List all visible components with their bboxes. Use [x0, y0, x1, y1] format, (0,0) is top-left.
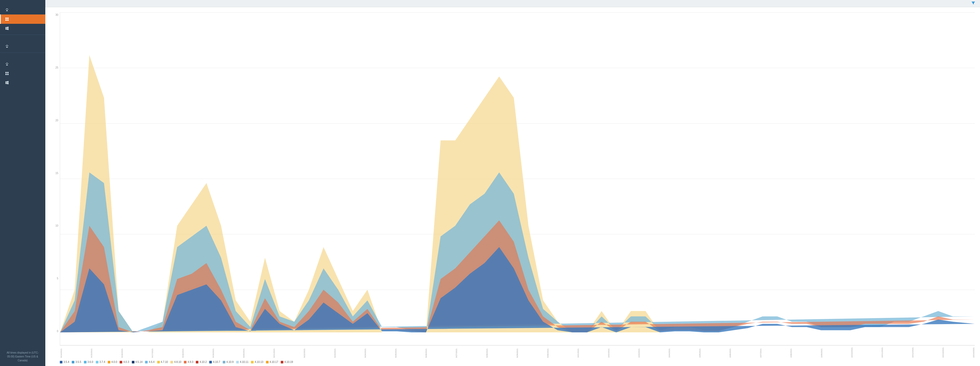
legend-label-4.10.11: 4.10.11	[240, 361, 248, 363]
x-label-26: 10/10/2021	[851, 346, 853, 358]
sidebar-item-all-users[interactable]	[0, 42, 45, 51]
legend-item-4.10.17: 4.10.17	[266, 361, 278, 363]
chart-legend: 3.5.43.5.53.6.03.7.44.0.04.0.34.5.144.6.…	[51, 361, 975, 363]
x-label-24: 10/8/2021	[790, 346, 792, 358]
legend-swatch-4.10.13	[251, 361, 253, 363]
legend-label-3.7.4: 3.7.4	[99, 361, 105, 363]
legend-label-4.0.3: 4.0.3	[123, 361, 129, 363]
area-chart	[60, 13, 975, 333]
sidebar-item-sessions-by-os[interactable]	[0, 24, 45, 33]
legend-item-4.10.19: 4.10.19	[281, 361, 293, 363]
svg-rect-2	[5, 19, 7, 21]
x-label-8: 9/22/2021	[303, 346, 305, 358]
legend-label-4.10.2: 4.10.2	[199, 361, 207, 363]
legend-swatch-4.10.17	[266, 361, 269, 363]
sidebar: All times displayed in (UTC-05:00) Easte…	[0, 0, 45, 366]
legend-item-4.10.13: 4.10.13	[251, 361, 263, 363]
main-header	[45, 0, 980, 7]
grid-icon	[5, 17, 9, 21]
grid-icon-computers	[5, 71, 9, 76]
legend-label-3.5.4: 3.5.4	[64, 361, 69, 363]
x-label-20: 10/4/2021	[668, 346, 670, 358]
legend-swatch-3.5.5	[72, 361, 74, 363]
legend-label-4.10.9: 4.10.9	[226, 361, 234, 363]
legend-label-4.6.4: 4.6.4	[149, 361, 154, 363]
legend-item-4.5.14: 4.5.14	[132, 361, 143, 363]
legend-item-4.10.2: 4.10.2	[196, 361, 207, 363]
sidebar-item-all-computers[interactable]	[0, 60, 45, 69]
y-label-30: 30	[51, 13, 60, 16]
legend-swatch-3.5.4	[60, 361, 62, 363]
svg-rect-7	[7, 74, 8, 75]
legend-label-4.10.17: 4.10.17	[270, 361, 278, 363]
y-label-10: 10	[51, 224, 60, 227]
legend-swatch-4.10.9	[223, 361, 225, 363]
svg-rect-0	[5, 17, 7, 19]
legend-label-3.6.0: 3.6.0	[88, 361, 93, 363]
x-label-0: 9/14/2021	[60, 346, 62, 358]
legend-label-4.10.7: 4.10.7	[213, 361, 220, 363]
x-label-10: 9/24/2021	[364, 346, 366, 358]
legend-swatch-3.6.0	[84, 361, 86, 363]
sidebar-item-all-sessions[interactable]	[0, 5, 45, 14]
computers-section-label	[0, 54, 45, 60]
x-label-27: 10/11/2021	[881, 346, 883, 358]
x-label-12: 9/26/2021	[425, 346, 427, 358]
x-label-19: 10/3/2021	[638, 346, 640, 358]
legend-label-4.10.19: 4.10.19	[284, 361, 293, 363]
svg-rect-3	[7, 19, 8, 21]
legend-item-3.5.5: 3.5.5	[72, 361, 81, 363]
legend-label-4.8.10: 4.8.10	[174, 361, 181, 363]
legend-label-4.9.3: 4.9.3	[188, 361, 193, 363]
legend-swatch-4.5.14	[132, 361, 134, 363]
svg-rect-6	[5, 74, 7, 75]
legend-item-3.7.4: 3.7.4	[96, 361, 105, 363]
sidebar-item-computers-by-os[interactable]	[0, 78, 45, 87]
home-icon-computers	[5, 62, 9, 66]
x-label-6: 9/20/2021	[243, 346, 245, 358]
x-label-14: 9/28/2021	[486, 346, 488, 358]
legend-item-4.8.10: 4.8.10	[170, 361, 181, 363]
x-label-18: 10/2/2021	[608, 346, 610, 358]
sidebar-item-computers-by-version[interactable]	[0, 69, 45, 78]
x-axis-labels: 9/14/20219/15/20219/16/20219/17/20219/18…	[60, 346, 975, 358]
main-content: 0 5 10 15 20 25 30	[45, 0, 980, 366]
sessions-section-label	[0, 0, 45, 5]
home-icon-users	[5, 44, 9, 48]
legend-item-4.9.3: 4.9.3	[184, 361, 193, 363]
legend-item-4.10.9: 4.10.9	[223, 361, 234, 363]
chart-container: 0 5 10 15 20 25 30	[45, 7, 980, 366]
x-label-3: 9/17/2021	[151, 346, 154, 358]
legend-item-3.5.4: 3.5.4	[60, 361, 69, 363]
legend-item-4.0.3: 4.0.3	[120, 361, 129, 363]
x-label-16: 9/30/2021	[547, 346, 549, 358]
x-label-4: 9/18/2021	[182, 346, 184, 358]
chart-area: 0 5 10 15 20 25 30	[51, 13, 975, 345]
windows-icon	[5, 26, 9, 30]
x-label-21: 10/5/2021	[699, 346, 701, 358]
x-label-30: 10/14/2021	[972, 346, 975, 358]
legend-swatch-4.9.3	[184, 361, 186, 363]
users-section-label	[0, 36, 45, 42]
y-label-15: 15	[51, 172, 60, 174]
x-label-22: 10/6/2021	[729, 346, 731, 358]
legend-swatch-4.7.10	[157, 361, 160, 363]
legend-swatch-4.10.2	[196, 361, 198, 363]
sidebar-item-sessions-by-version[interactable]	[0, 14, 45, 24]
filter-icon[interactable]	[971, 1, 975, 6]
x-label-29: 10/13/2021	[942, 346, 944, 358]
windows-icon-computers	[5, 81, 9, 85]
x-label-25: 10/9/2021	[821, 346, 823, 358]
legend-label-4.10.13: 4.10.13	[255, 361, 263, 363]
x-label-28: 10/12/2021	[912, 346, 914, 358]
legend-swatch-4.10.7	[209, 361, 212, 363]
legend-label-4.7.10: 4.7.10	[161, 361, 168, 363]
svg-rect-1	[7, 17, 8, 19]
x-label-5: 9/19/2021	[212, 346, 215, 358]
x-label-9: 9/23/2021	[334, 346, 336, 358]
legend-label-4.5.14: 4.5.14	[135, 361, 143, 363]
x-label-11: 9/25/2021	[395, 346, 397, 358]
legend-swatch-4.8.10	[170, 361, 173, 363]
grid-line-0	[60, 345, 975, 345]
legend-label-4.0.0: 4.0.0	[111, 361, 117, 363]
